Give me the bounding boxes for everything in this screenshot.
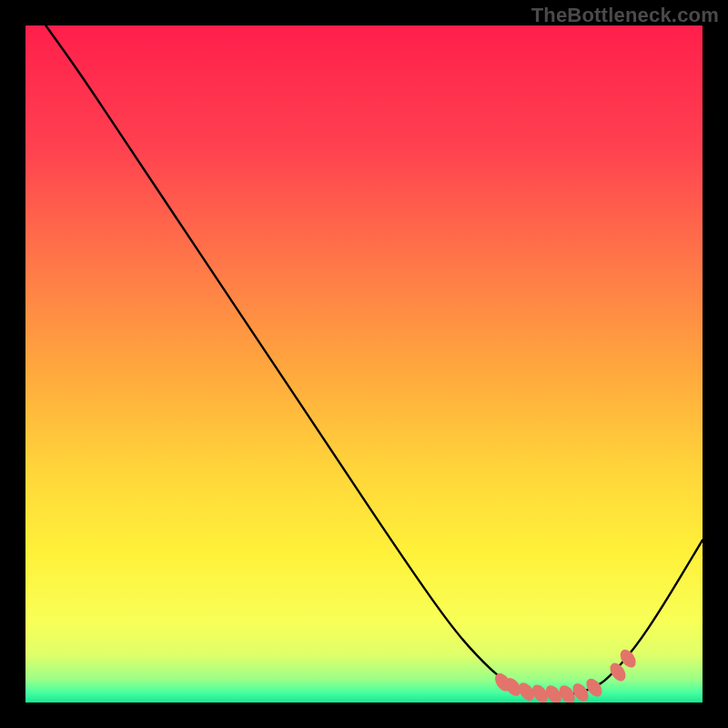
chart-frame: TheBottleneck.com	[0, 0, 728, 728]
gradient-background	[25, 25, 703, 703]
plot-svg	[25, 25, 703, 703]
plot-area	[25, 25, 703, 703]
watermark-text: TheBottleneck.com	[531, 4, 719, 27]
